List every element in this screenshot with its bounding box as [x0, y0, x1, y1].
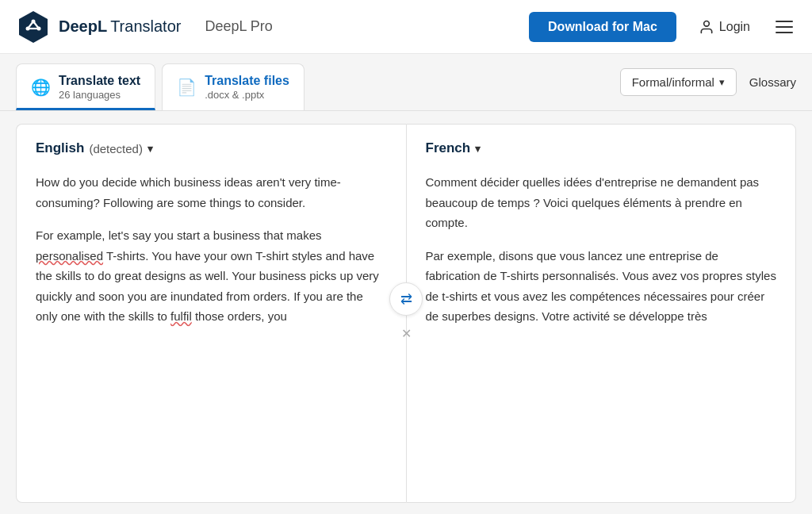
globe-icon: 🌐: [31, 78, 51, 97]
source-text: How do you decide which business ideas a…: [36, 172, 387, 327]
tab-bar: 🌐 Translate text 26 languages 📄 Translat…: [0, 54, 812, 111]
logo-area: DeepL Translator: [16, 10, 181, 44]
tab-translate-text[interactable]: 🌐 Translate text 26 languages: [16, 63, 155, 110]
swap-button-area: ⇄ ✕: [389, 282, 423, 344]
file-icon: 📄: [177, 78, 197, 97]
swap-languages-button[interactable]: ⇄: [389, 282, 423, 316]
target-text: Comment décider quelles idées d'entrepri…: [426, 172, 777, 327]
target-text-p2: Par exemple, disons que vous lancez une …: [426, 246, 777, 327]
target-text-p1: Comment décider quelles idées d'entrepri…: [426, 172, 777, 233]
tab-translate-text-labels: Translate text 26 languages: [59, 74, 140, 101]
source-text-p1: How do you decide which business ideas a…: [36, 172, 387, 213]
chevron-down-icon: ▾: [719, 76, 725, 88]
source-text-p2: For example, let's say you start a busin…: [36, 225, 387, 327]
hamburger-menu-button[interactable]: [772, 17, 796, 36]
source-lang-chevron-icon: ▾: [147, 143, 153, 155]
menu-line-3: [776, 32, 793, 33]
source-text-p2-part1: For example, let's say you start a busin…: [36, 228, 322, 242]
tab-translate-text-title: Translate text: [59, 74, 140, 88]
nav-pro-link[interactable]: DeepL Pro: [205, 18, 272, 35]
main-content: English (detected) ▾ How do you decide w…: [0, 111, 812, 514]
tab-translate-files-subtitle: .docx & .pptx: [205, 89, 289, 101]
logo-text: DeepL Translator: [59, 17, 181, 36]
login-label: Login: [719, 20, 750, 34]
download-for-mac-button[interactable]: Download for Mac: [529, 12, 676, 42]
logo-deepl-text: DeepL: [59, 17, 107, 36]
panels-wrapper: English (detected) ▾ How do you decide w…: [0, 111, 812, 514]
header: DeepL Translator DeepL Pro Download for …: [0, 0, 812, 54]
target-panel: French ▾ Comment décider quelles idées d…: [406, 124, 797, 503]
login-button[interactable]: Login: [699, 19, 750, 35]
svg-point-7: [704, 21, 710, 26]
glossary-button[interactable]: Glossary: [749, 75, 796, 89]
person-icon: [699, 19, 714, 35]
tab-translate-text-subtitle: 26 languages: [59, 89, 140, 101]
formal-informal-button[interactable]: Formal/informal ▾: [620, 68, 737, 96]
logo-translator-text: Translator: [110, 17, 181, 36]
tab-translate-files[interactable]: 📄 Translate files .docx & .pptx: [162, 63, 304, 110]
clear-text-button[interactable]: ✕: [395, 322, 417, 344]
source-text-p2-part3: those orders, you: [192, 309, 287, 323]
source-panel[interactable]: English (detected) ▾ How do you decide w…: [16, 124, 406, 503]
source-lang-note: (detected): [89, 142, 143, 155]
source-text-spell-personalised: personalised: [36, 249, 103, 263]
source-language-selector[interactable]: English (detected) ▾: [36, 140, 387, 156]
tab-translate-files-title: Translate files: [205, 74, 289, 88]
target-language-selector[interactable]: French ▾: [426, 140, 777, 156]
svg-marker-0: [19, 11, 48, 43]
menu-line-2: [776, 26, 793, 28]
menu-line-1: [776, 21, 793, 22]
target-lang-chevron-icon: ▾: [475, 143, 481, 155]
deepl-logo-icon: [16, 10, 51, 44]
target-lang-name: French: [426, 140, 471, 156]
source-text-spell-fulfil: fulfil: [170, 309, 192, 323]
formal-informal-label: Formal/informal: [632, 75, 714, 89]
tab-right-controls: Formal/informal ▾ Glossary: [620, 68, 796, 105]
source-lang-name: English: [36, 140, 84, 156]
tab-translate-files-labels: Translate files .docx & .pptx: [205, 74, 289, 101]
